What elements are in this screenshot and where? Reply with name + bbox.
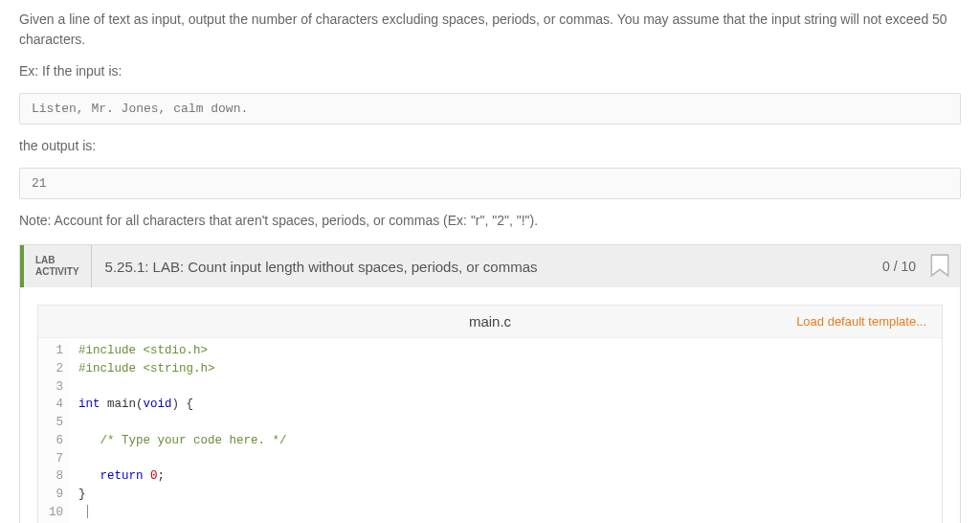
lab-body: main.c Load default template... 12345678… [20,287,960,523]
code-editor-panel: main.c Load default template... 12345678… [37,305,943,523]
lab-score: 0 / 10 [873,245,925,287]
bookmark-icon[interactable] [925,245,960,287]
lab-title: 5.25.1: LAB: Count input length without … [92,245,873,287]
lab-activity-label: LAB ACTIVITY [24,245,92,287]
example-intro: Ex: If the input is: [19,61,961,81]
line-number-gutter: 12345678910 [38,338,71,523]
problem-note: Note: Account for all characters that ar… [19,211,961,231]
editor-filename: main.c [469,313,511,330]
example-output-box: 21 [19,168,961,199]
lab-header: LAB ACTIVITY 5.25.1: LAB: Count input le… [20,245,960,287]
lab-activity-panel: LAB ACTIVITY 5.25.1: LAB: Count input le… [19,244,961,523]
lab-label-line2: ACTIVITY [35,266,79,278]
text-cursor [87,505,88,518]
problem-description: Given a line of text as input, output th… [19,10,961,50]
code-editor[interactable]: 12345678910 #include <stdio.h>#include <… [38,338,942,523]
code-content[interactable]: #include <stdio.h>#include <string.h> in… [71,338,942,523]
example-input-box: Listen, Mr. Jones, calm down. [19,93,961,125]
lab-label-line1: LAB [35,255,79,266]
output-intro: the output is: [19,136,961,156]
load-default-template-link[interactable]: Load default template... [796,314,926,329]
editor-header: main.c Load default template... [38,306,942,338]
